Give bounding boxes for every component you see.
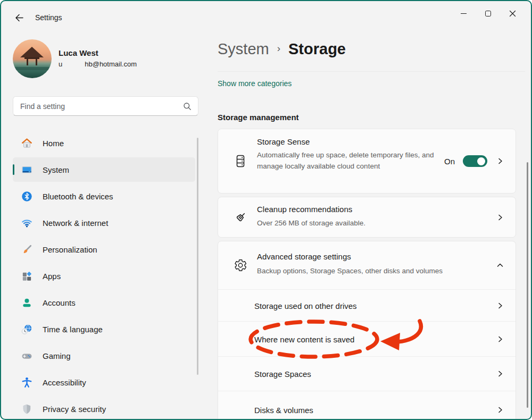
back-arrow-icon	[14, 13, 24, 22]
toggle-knob	[477, 157, 485, 165]
profile-name: Luca West	[59, 48, 98, 57]
row-label: Storage used on other drives	[254, 301, 357, 310]
back-button[interactable]	[12, 11, 27, 24]
advanced-storage-settings-card: Advanced storage settings Backup options…	[218, 241, 516, 420]
chevron-right-icon	[496, 406, 504, 414]
storage-sense-toggle[interactable]	[463, 155, 487, 167]
search-input[interactable]	[13, 102, 183, 111]
row-storage-used-on-other-drives[interactable]: Storage used on other drives	[218, 289, 516, 321]
avatar	[13, 39, 52, 78]
cleanup-title: Cleanup recommendations	[257, 205, 352, 214]
sidebar-item-label: Gaming	[43, 351, 71, 360]
sidebar-item-label: System	[43, 165, 69, 174]
chevron-right-icon	[496, 335, 504, 343]
page-title: Storage	[288, 40, 346, 58]
storage-sense-description: Automatically free up space, delete temp…	[257, 149, 444, 172]
sidebar-item-label: Accounts	[43, 298, 76, 307]
sidebar-item-gaming[interactable]: Gaming	[13, 343, 195, 368]
sidebar-item-time-language[interactable]: Time & language	[13, 317, 195, 341]
window-title: Settings	[35, 13, 62, 22]
row-label: Where new content is saved	[254, 334, 354, 343]
accessibility-icon	[20, 376, 33, 389]
sidebar-item-label: Apps	[43, 272, 61, 281]
sidebar: Home System Bluetooth & devices	[13, 131, 195, 420]
breadcrumb: System › Storage	[218, 40, 346, 58]
profile-email-prefix: u	[59, 60, 62, 68]
sidebar-item-system[interactable]: System	[13, 157, 195, 182]
chevron-right-icon	[496, 370, 504, 377]
wifi-icon	[20, 216, 33, 229]
toggle-status-label: On	[444, 157, 455, 166]
sidebar-item-network-internet[interactable]: Network & internet	[13, 211, 195, 235]
chevron-right-icon	[496, 157, 504, 165]
sidebar-item-bluetooth-devices[interactable]: Bluetooth & devices	[13, 184, 195, 208]
sidebar-item-home[interactable]: Home	[13, 131, 195, 155]
maximize-button[interactable]	[476, 4, 500, 22]
time-language-icon	[20, 323, 33, 335]
search-icon	[183, 102, 192, 111]
system-icon	[20, 163, 33, 176]
accounts-icon	[20, 296, 33, 309]
gamepad-icon	[20, 349, 33, 362]
sidebar-item-label: Network & internet	[43, 219, 108, 228]
cleanup-recommendations-card[interactable]: Cleanup recommendations Over 256 MB of s…	[218, 197, 516, 238]
gear-icon	[234, 258, 247, 272]
sidebar-item-personalization[interactable]: Personalization	[13, 237, 195, 262]
storage-sense-title: Storage Sense	[257, 137, 310, 146]
shield-icon	[20, 402, 33, 415]
chevron-up-icon	[496, 262, 504, 269]
advanced-storage-settings-header[interactable]: Advanced storage settings Backup options…	[218, 241, 516, 289]
home-icon	[20, 137, 33, 149]
row-label: Storage Spaces	[254, 369, 311, 379]
main-scrollbar[interactable]	[527, 162, 528, 408]
sidebar-item-label: Personalization	[43, 245, 97, 254]
sidebar-scrollbar[interactable]	[197, 138, 198, 375]
section-title: Storage management	[218, 113, 299, 122]
window-controls	[451, 4, 525, 22]
search-box	[13, 96, 198, 116]
sidebar-item-accounts[interactable]: Accounts	[13, 290, 195, 315]
show-more-categories-link[interactable]: Show more categories	[218, 79, 292, 88]
bluetooth-icon	[20, 190, 33, 203]
row-storage-spaces[interactable]: Storage Spaces	[218, 356, 516, 391]
minimize-button[interactable]	[451, 4, 476, 22]
close-button[interactable]	[500, 4, 525, 22]
row-where-new-content-is-saved[interactable]: Where new content is saved	[218, 321, 516, 356]
apps-icon	[20, 270, 33, 282]
storage-sense-card[interactable]: Storage Sense Automatically free up spac…	[218, 129, 516, 194]
advanced-storage-settings-title: Advanced storage settings	[257, 252, 351, 261]
breadcrumb-separator-icon: ›	[277, 43, 280, 54]
paintbrush-icon	[20, 243, 33, 256]
chevron-right-icon	[496, 302, 504, 309]
sidebar-item-label: Time & language	[43, 325, 103, 334]
profile-email-suffix: hb@hotmail.com	[85, 60, 137, 68]
sidebar-item-label: Privacy & security	[43, 405, 106, 414]
advanced-storage-settings-description: Backup options, Storage Spaces, other di…	[257, 265, 443, 276]
profile-email: uhb@hotmail.com	[59, 60, 137, 68]
chevron-right-icon	[496, 214, 504, 221]
sidebar-item-label: Accessibility	[43, 378, 86, 387]
sidebar-item-accessibility[interactable]: Accessibility	[13, 370, 195, 394]
sidebar-item-privacy-security[interactable]: Privacy & security	[13, 397, 195, 420]
close-icon	[509, 10, 516, 17]
row-label: Disks & volumes	[254, 405, 313, 414]
minimize-icon	[461, 13, 467, 14]
broom-icon	[234, 211, 247, 224]
cleanup-description: Over 256 MB of storage available.	[257, 217, 365, 229]
row-disks-and-volumes[interactable]: Disks & volumes	[218, 391, 516, 420]
sidebar-item-apps[interactable]: Apps	[13, 264, 195, 288]
sidebar-item-label: Bluetooth & devices	[43, 192, 113, 201]
breadcrumb-parent[interactable]: System	[218, 40, 269, 58]
storage-sense-icon	[234, 154, 247, 168]
sidebar-item-label: Home	[43, 139, 64, 148]
breadcrumb-divider	[218, 71, 525, 72]
settings-window: Settings Luca West uhb@hotmail.com	[0, 0, 532, 420]
maximize-icon	[485, 11, 491, 16]
avatar-scene-icon	[13, 39, 52, 78]
